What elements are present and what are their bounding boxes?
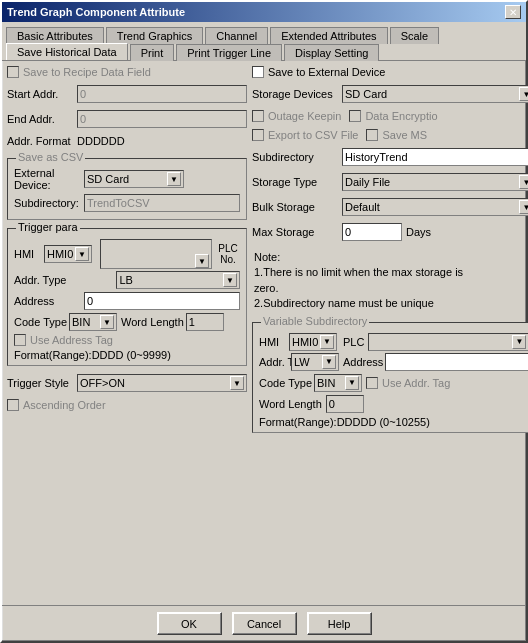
hmi-label-right: HMI	[259, 336, 287, 348]
tab-basic-attributes[interactable]: Basic Attributes	[6, 27, 104, 44]
external-device-row: External Device: SD Card ▼	[14, 167, 240, 191]
use-addr-tag-label: Use Address Tag	[30, 334, 113, 346]
ascending-order-checkbox[interactable]	[7, 399, 19, 411]
address-left-label: Address	[14, 295, 84, 307]
address-right-input[interactable]	[385, 353, 528, 371]
save-recipe-row: Save to Recipe Data Field	[7, 66, 247, 78]
outage-keepin-checkbox[interactable]	[252, 110, 264, 122]
address-left-input[interactable]	[84, 292, 240, 310]
format-range-left: Format(Range):DDDD (0~9999)	[14, 349, 240, 361]
export-csv-checkbox[interactable]	[252, 129, 264, 141]
hmi-arrow-left: ▼	[75, 247, 89, 261]
hmi-row-left: HMI HMI0 ▼ ▼ PLC No.	[14, 239, 240, 269]
outage-keepin-row: Outage Keepin	[252, 110, 341, 122]
end-addr-input[interactable]	[77, 110, 247, 128]
hmi-dropdown-left[interactable]: HMI0 ▼	[44, 245, 92, 263]
addr-type-left-row: Addr. Type LB ▼	[14, 271, 240, 289]
code-type-right-dropdown[interactable]: BIN ▼	[314, 374, 362, 392]
external-device-dropdown[interactable]: SD Card ▼	[84, 170, 184, 188]
storage-type-row: Storage Type Daily File ▼	[252, 173, 528, 191]
plc-no-dropdown-left[interactable]: ▼	[100, 239, 212, 269]
subdirectory-right-row: Subdirectory	[252, 148, 528, 166]
ascending-order-label: Ascending Order	[23, 399, 106, 411]
content-area: Save to Recipe Data Field Start Addr. En…	[2, 61, 526, 605]
hmi-arrow-right: ▼	[320, 335, 334, 349]
code-type-right-label: Code Type	[259, 377, 312, 389]
storage-devices-dropdown[interactable]: SD Card ▼	[342, 85, 528, 103]
storage-type-dropdown[interactable]: Daily File ▼	[342, 173, 528, 191]
help-button[interactable]: Help	[307, 612, 372, 635]
trigger-style-dropdown[interactable]: OFF>ON ▼	[77, 374, 247, 392]
storage-type-arrow: ▼	[519, 175, 528, 189]
outage-keepin-label: Outage Keepin	[268, 110, 341, 122]
addr-format-label: Addr. Format	[7, 135, 77, 147]
use-addr-tag-row: Use Address Tag	[14, 334, 240, 346]
save-external-checkbox[interactable]	[252, 66, 264, 78]
data-encryption-checkbox[interactable]	[349, 110, 361, 122]
subdirectory-right-label: Subdirectory	[252, 151, 342, 163]
tab-print[interactable]: Print	[130, 44, 175, 61]
subdirectory-left-label: Subdirectory:	[14, 197, 84, 209]
plc-no-arrow-left: ▼	[195, 254, 209, 268]
word-length-right-row: Word Length	[259, 395, 528, 413]
bulk-storage-arrow: ▼	[519, 200, 528, 214]
use-addr-tag-right-label: Use Addr. Tag	[382, 377, 450, 389]
note-label: Note:	[254, 250, 528, 265]
export-csv-label: Export to CSV File	[268, 129, 358, 141]
save-recipe-label: Save to Recipe Data Field	[23, 66, 151, 78]
word-length-right-input[interactable]	[326, 395, 364, 413]
ascending-order-row: Ascending Order	[7, 399, 247, 411]
start-addr-row: Start Addr.	[7, 85, 247, 103]
save-ms-label: Save MS	[382, 129, 427, 141]
max-storage-row: Max Storage Days	[252, 223, 528, 241]
use-addr-tag-right-row: Use Addr. Tag	[366, 377, 450, 389]
subdirectory-right-input[interactable]	[342, 148, 528, 166]
tab-trend-graphics[interactable]: Trend Graphics	[106, 27, 203, 44]
code-type-left-arrow: ▼	[100, 315, 114, 329]
save-recipe-checkbox[interactable]	[7, 66, 19, 78]
address-right-label: Address	[343, 356, 383, 368]
addr-type-right-dropdown[interactable]: LW ▼	[291, 353, 339, 371]
plc-no-label: PLC No.	[216, 243, 240, 265]
storage-devices-arrow: ▼	[519, 87, 528, 101]
use-addr-tag-right-checkbox[interactable]	[366, 377, 378, 389]
tab-print-trigger[interactable]: Print Trigger Line	[176, 44, 282, 61]
plc-label-right: PLC	[343, 336, 364, 348]
word-length-left-label: Word Length	[121, 316, 184, 328]
subdirectory-left-input[interactable]	[84, 194, 240, 212]
tab-display-setting[interactable]: Display Setting	[284, 44, 379, 61]
tab-extended-attributes[interactable]: Extended Attributes	[270, 27, 387, 44]
tab-scale[interactable]: Scale	[390, 27, 440, 44]
end-addr-label: End Addr.	[7, 113, 77, 125]
ok-button[interactable]: OK	[157, 612, 222, 635]
variable-subdirectory-title: Variable Subdirectory	[261, 315, 369, 327]
use-addr-tag-checkbox[interactable]	[14, 334, 26, 346]
subdirectory-left-row: Subdirectory:	[14, 194, 240, 212]
plc-dropdown-right[interactable]: ▼	[368, 333, 528, 351]
save-csv-group: Save as CSV External Device: SD Card ▼ S…	[7, 158, 247, 220]
bulk-storage-dropdown[interactable]: Default ▼	[342, 198, 528, 216]
save-external-label: Save to External Device	[268, 66, 385, 78]
code-type-left-label: Code Type	[14, 316, 67, 328]
save-ms-checkbox[interactable]	[366, 129, 378, 141]
close-button[interactable]: ✕	[505, 5, 521, 19]
hmi-label-left: HMI	[14, 248, 42, 260]
max-storage-input[interactable]	[342, 223, 402, 241]
code-type-right-arrow: ▼	[345, 376, 359, 390]
code-type-left-dropdown[interactable]: BIN ▼	[69, 313, 117, 331]
bottom-bar: OK Cancel Help	[2, 605, 526, 641]
format-range-right: Format(Range):DDDDD (0~10255)	[259, 416, 528, 428]
max-storage-label: Max Storage	[252, 226, 342, 238]
start-addr-input[interactable]	[77, 85, 247, 103]
word-length-left-input[interactable]	[186, 313, 224, 331]
addr-type-left-dropdown[interactable]: LB ▼	[116, 271, 240, 289]
tab-save-historical[interactable]: Save Historical Data	[6, 43, 128, 60]
external-device-label: External Device:	[14, 167, 84, 191]
tab-channel[interactable]: Channel	[205, 27, 268, 44]
code-word-left-row: Code Type BIN ▼ Word Length	[14, 313, 240, 331]
bulk-storage-row: Bulk Storage Default ▼	[252, 198, 528, 216]
cancel-button[interactable]: Cancel	[232, 612, 297, 635]
code-addr-right-row: Code Type BIN ▼ Use Addr. Tag	[259, 374, 528, 392]
hmi-dropdown-right[interactable]: HMI0 ▼	[289, 333, 337, 351]
right-panel: Save to External Device Storage Devices …	[252, 66, 528, 600]
